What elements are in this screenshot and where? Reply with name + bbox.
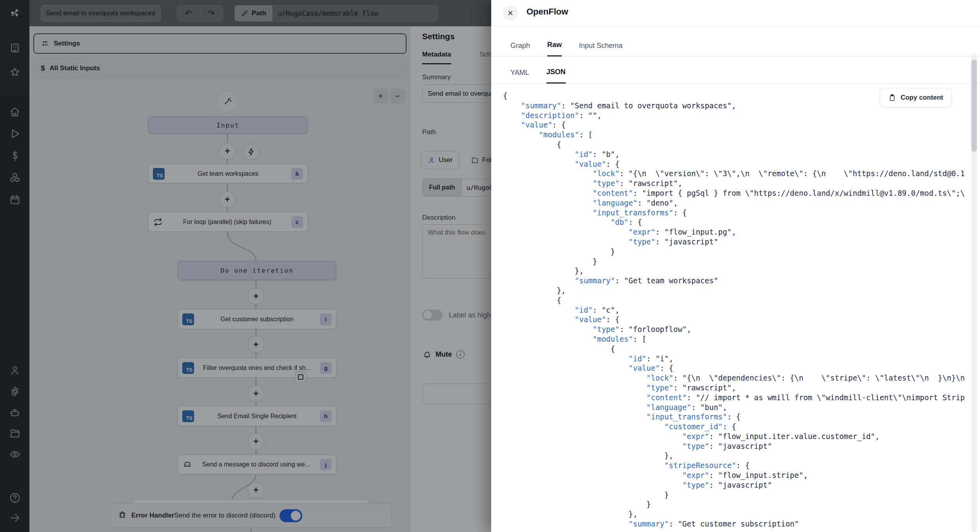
subtab-yaml[interactable]: YAML	[510, 69, 529, 83]
json-code[interactable]: { "summary": "Send email to overquota wo…	[503, 91, 964, 532]
tab-graph[interactable]: Graph	[510, 42, 530, 56]
copy-content-button[interactable]: Copy content	[880, 88, 952, 107]
openflow-drawer: ✕ OpenFlow Graph Raw Input Schema YAML J…	[491, 0, 980, 532]
raw-format-tabs: YAML JSON	[491, 64, 980, 84]
clipboard-icon	[888, 94, 896, 102]
close-icon[interactable]: ✕	[503, 5, 518, 20]
tab-input-schema[interactable]: Input Schema	[579, 42, 622, 56]
drawer-title: OpenFlow	[526, 7, 568, 17]
copy-content-label: Copy content	[900, 94, 943, 102]
drawer-tabs: Graph Raw Input Schema	[491, 36, 980, 56]
scrollbar-thumb[interactable]	[971, 60, 977, 152]
drawer-header: ✕ OpenFlow	[491, 0, 980, 26]
windmill-flow-editor: ↶ ↷ Path u/HugoCasa/memorable_flow Setti…	[0, 0, 980, 532]
subtab-json[interactable]: JSON	[546, 68, 566, 84]
tab-raw[interactable]: Raw	[547, 41, 562, 56]
